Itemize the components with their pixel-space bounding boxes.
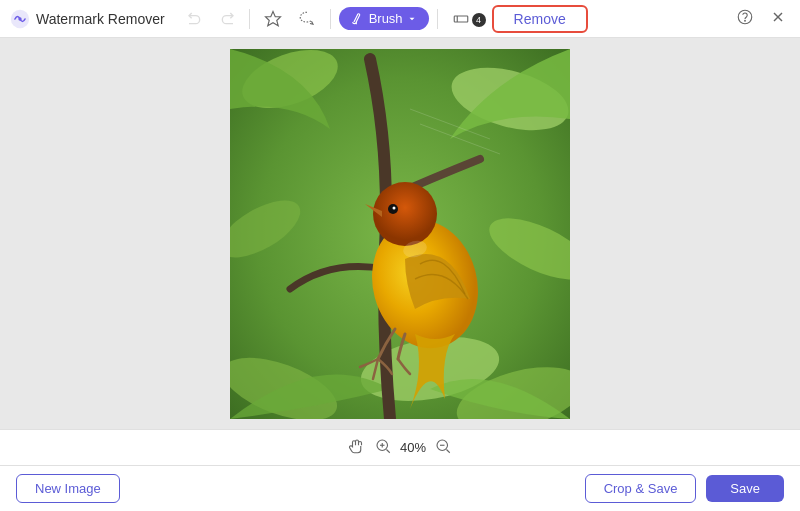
redo-button[interactable] — [213, 7, 241, 31]
svg-point-22 — [373, 182, 437, 246]
close-button[interactable] — [766, 5, 790, 32]
svg-point-6 — [738, 10, 752, 24]
brush-label: Brush — [369, 11, 403, 26]
toolbar-separator-2 — [330, 9, 331, 29]
footer: New Image Crop & Save Save — [0, 465, 800, 511]
crop-save-button[interactable]: Crop & Save — [585, 474, 697, 503]
zoom-bar: 40% — [0, 429, 800, 465]
svg-line-33 — [447, 449, 450, 452]
remove-button[interactable]: Remove — [492, 5, 588, 33]
toolbar: Brush 4 Remove — [181, 5, 732, 33]
lasso-button[interactable] — [292, 6, 322, 32]
zoom-in-icon[interactable] — [374, 437, 392, 458]
svg-line-29 — [386, 449, 389, 452]
zoom-out-icon[interactable] — [434, 437, 452, 458]
new-image-button[interactable]: New Image — [16, 474, 120, 503]
hand-tool-icon[interactable] — [348, 437, 366, 458]
footer-actions: Crop & Save Save — [585, 474, 784, 503]
svg-rect-4 — [454, 16, 468, 22]
magic-select-button[interactable] — [258, 6, 288, 32]
toolbar-separator-3 — [437, 9, 438, 29]
app-logo-icon — [10, 9, 30, 29]
undo-button[interactable] — [181, 7, 209, 31]
app-title: Watermark Remover — [36, 11, 165, 27]
main-image — [230, 49, 570, 419]
svg-point-1 — [18, 17, 21, 20]
notification-badge: 4 — [472, 13, 486, 27]
title-bar: Watermark Remover Brush 4 Remove — [0, 0, 800, 38]
save-button[interactable]: Save — [706, 475, 784, 502]
svg-marker-2 — [265, 11, 280, 25]
window-controls — [732, 4, 790, 33]
brush-button[interactable]: Brush — [339, 7, 429, 30]
image-container — [230, 49, 570, 419]
svg-point-7 — [745, 20, 746, 21]
zoom-level: 40% — [400, 440, 426, 455]
svg-point-24 — [393, 206, 396, 209]
toolbar-separator — [249, 9, 250, 29]
help-button[interactable] — [732, 4, 758, 33]
canvas-area[interactable] — [0, 38, 800, 429]
